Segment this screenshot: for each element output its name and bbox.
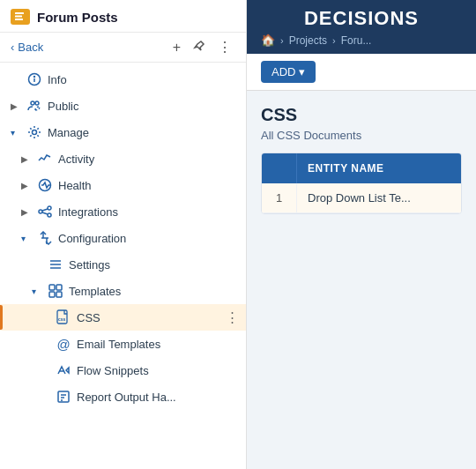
sidebar-item-configuration[interactable]: ▾ Configuration [0,225,137,251]
svg-rect-21 [56,285,62,290]
content-title: CSS [261,105,462,125]
svg-point-8 [33,130,37,135]
back-button[interactable]: ‹ Back [11,41,164,54]
configuration-label: Configuration [58,232,126,245]
svg-point-11 [48,206,51,210]
nav-item-wrapper-css: css CSS ⋮ [0,304,246,331]
sidebar-toolbar: ‹ Back + ⋮ [0,33,246,63]
pin-icon-button[interactable] [190,38,209,56]
nav-item-wrapper-integrations: ▶ Integrations [0,198,246,225]
nav-item-wrapper-configuration: ▾ Configuration [0,225,246,251]
add-icon-button[interactable]: + [169,39,184,56]
nav-item-wrapper-manage: ▾ Manage [0,119,246,145]
nav-item-wrapper-settings: Settings [0,251,246,278]
svg-point-5 [34,77,35,78]
sidebar-item-email-templates[interactable]: @ Email Templates [0,331,171,357]
integrations-icon [37,204,53,220]
sidebar-item-settings[interactable]: Settings [0,251,121,278]
svg-point-10 [39,210,42,213]
health-label: Health [58,179,92,192]
sidebar-item-public[interactable]: ▶ Public [0,93,89,119]
nav-item-wrapper-templates: ▾ Templates [0,278,246,304]
col-header-num [262,153,297,183]
svg-text:css: css [58,316,66,322]
active-indicator [0,305,3,330]
sidebar-item-integrations[interactable]: ▶ Integrations [0,198,129,225]
expand-arrow-activity: ▶ [21,154,32,164]
sidebar-item-report-output[interactable]: Report Output Ha... [0,383,187,410]
nav-item-wrapper-health: ▶ Health [0,172,246,198]
sidebar: Forum Posts ‹ Back + ⋮ [0,0,247,469]
sidebar-nav: Info ▶ Public ▾ [0,63,246,469]
svg-rect-1 [15,16,22,18]
decisions-title: DECISIONS [261,7,462,30]
svg-rect-22 [49,292,55,297]
table-row[interactable]: 1 Drop Down List Te... [262,183,461,213]
nav-item-wrapper-info: Info [0,66,246,93]
main-header: DECISIONS 🏠 › Projects › Foru... [247,0,476,54]
add-button[interactable]: ADD ▾ [261,61,316,83]
sidebar-item-templates[interactable]: ▾ Templates [0,278,131,304]
expand-arrow-configuration: ▾ [21,234,32,243]
main-toolbar: ADD ▾ [247,54,476,91]
info-icon [26,71,42,87]
svg-rect-2 [15,19,23,20]
svg-line-14 [42,212,48,214]
report-output-label: Report Output Ha... [77,391,176,404]
css-file-icon: css [56,309,71,325]
svg-rect-23 [56,292,62,297]
sidebar-item-info[interactable]: Info [0,66,78,93]
back-chevron-icon: ‹ [11,41,14,54]
main-area: DECISIONS 🏠 › Projects › Foru... ADD ▾ C… [247,0,476,469]
sidebar-item-activity[interactable]: ▶ Activity [0,145,105,172]
activity-label: Activity [58,153,94,166]
expand-arrow-integrations: ▶ [21,207,32,217]
expand-arrow-health: ▶ [21,181,32,190]
svg-point-7 [35,101,39,105]
content-subtitle: All CSS Documents [261,129,462,142]
flow-snippets-icon [56,362,71,378]
flow-snippets-label: Flow Snippets [77,364,149,377]
sidebar-item-flow-snippets[interactable]: Flow Snippets [0,357,160,383]
public-label: Public [48,100,78,113]
svg-rect-20 [49,285,55,290]
breadcrumb-sep-1: › [280,35,284,46]
svg-rect-27 [58,391,69,402]
report-output-icon [56,389,71,405]
breadcrumb-forum[interactable]: Foru... [341,34,372,47]
expand-arrow-public: ▶ [11,101,21,111]
svg-rect-0 [15,12,24,14]
sidebar-item-css[interactable]: css CSS [0,304,226,331]
sidebar-item-health[interactable]: ▶ Health [0,172,102,198]
table-header: ENTITY NAME [262,153,461,183]
more-options-button[interactable]: ⋮ [214,39,235,56]
manage-icon [26,124,42,140]
info-label: Info [48,73,67,86]
css-label: CSS [77,311,215,324]
sidebar-header: Forum Posts [0,0,246,33]
svg-point-12 [48,213,51,217]
email-templates-label: Email Templates [77,338,160,351]
nav-item-wrapper-flow-snippets: Flow Snippets [0,357,246,383]
nav-item-wrapper-email-templates: @ Email Templates [0,331,246,357]
public-icon [26,98,42,114]
home-icon[interactable]: 🏠 [261,34,275,47]
breadcrumb-sep-2: › [332,35,336,46]
row-entity-name: Drop Down List Te... [297,183,461,212]
svg-line-13 [42,209,48,211]
sidebar-title: Forum Posts [37,10,235,25]
nav-item-wrapper-public: ▶ Public [0,93,246,119]
add-chevron: ▾ [299,65,305,78]
svg-point-6 [31,101,34,105]
nav-item-wrapper-report-output: Report Output Ha... [0,383,246,410]
expand-arrow-manage: ▾ [11,128,21,138]
activity-icon [37,151,53,167]
integrations-label: Integrations [58,205,118,219]
configuration-icon [37,230,53,246]
main-content: CSS All CSS Documents ENTITY NAME 1 Drop… [247,91,476,469]
templates-icon [48,283,63,299]
css-more-icon[interactable]: ⋮ [226,309,246,325]
breadcrumb-projects[interactable]: Projects [289,34,327,47]
templates-label: Templates [69,285,121,298]
sidebar-item-manage[interactable]: ▾ Manage [0,119,100,145]
